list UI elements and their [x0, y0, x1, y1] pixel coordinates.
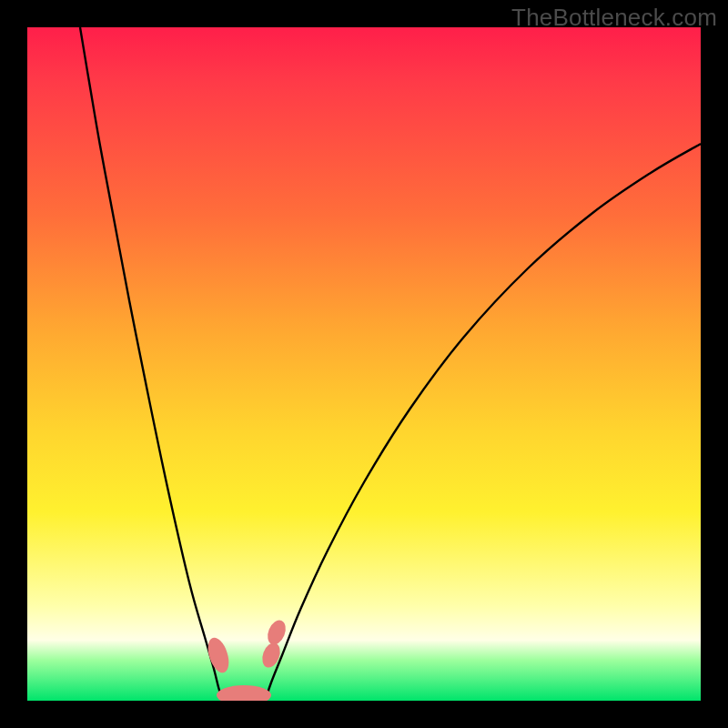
- marker-pill-1: [204, 635, 232, 675]
- chart-frame: TheBottleneck.com: [0, 0, 728, 728]
- curve-left: [80, 27, 222, 699]
- curve-right: [266, 144, 701, 699]
- marker-pill-2: [264, 618, 288, 648]
- chart-plot-area: [27, 27, 701, 701]
- marker-pill-4: [217, 685, 271, 701]
- chart-svg: [27, 27, 701, 701]
- marker-pill-3: [259, 641, 283, 670]
